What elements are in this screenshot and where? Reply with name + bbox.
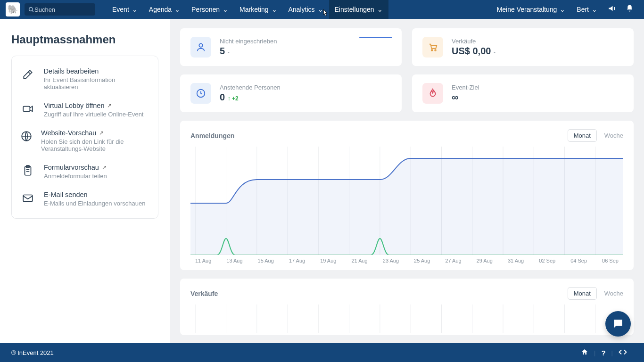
clipboard-icon bbox=[20, 164, 35, 180]
stat-pending[interactable]: Anstehende Personen 0 ↑ +2 bbox=[180, 74, 402, 112]
external-link-icon: ↗ bbox=[102, 164, 107, 171]
svg-point-0 bbox=[29, 7, 33, 11]
chart-canvas bbox=[190, 304, 623, 333]
chart-registrations: Anmeldungen Monat Woche 11 Au bbox=[180, 121, 634, 270]
svg-rect-2 bbox=[23, 107, 30, 112]
svg-point-9 bbox=[199, 44, 202, 47]
action-subtitle: Zugriff auf Ihre virtuelle Online-Event bbox=[44, 111, 143, 118]
chevron-down-icon: ⌄ bbox=[318, 6, 323, 13]
stat-label: Anstehende Personen bbox=[220, 84, 281, 91]
action-title: E-Mail senden bbox=[44, 191, 88, 198]
nav-analytics[interactable]: Analytics⌄ bbox=[283, 0, 329, 19]
content-area: Nicht eingeschrieben 5 - Verkäufe US$ 0,… bbox=[170, 19, 644, 343]
svg-line-1 bbox=[32, 10, 33, 12]
action-website-preview[interactable]: Website-Vorschau↗ Holen Sie sich den Lin… bbox=[20, 123, 149, 158]
intercom-button[interactable] bbox=[605, 311, 631, 337]
nav-einstellungen[interactable]: Einstellungen⌄ bbox=[329, 0, 388, 19]
bell-icon[interactable] bbox=[621, 4, 638, 15]
chart-sales: Verkäufe Monat Woche bbox=[180, 279, 634, 335]
cart-icon bbox=[422, 37, 443, 58]
action-subtitle: Anmeldeformular teilen bbox=[44, 173, 107, 180]
actions-card: Details bearbeiten Ihr Event Basisinform… bbox=[11, 56, 158, 219]
chevron-down-icon: ⌄ bbox=[223, 6, 228, 13]
toggle-month[interactable]: Monat bbox=[568, 129, 597, 142]
nav-event[interactable]: Event⌄ bbox=[107, 0, 143, 19]
home-icon[interactable] bbox=[575, 348, 594, 357]
stat-value: ∞ bbox=[452, 92, 479, 103]
nav-personen[interactable]: Personen⌄ bbox=[186, 0, 234, 19]
search-field-wrap[interactable] bbox=[25, 3, 95, 16]
action-subtitle: E-Mails und Einladungen vorschauen bbox=[44, 200, 145, 207]
stat-value: 0 ↑ +2 bbox=[220, 92, 281, 103]
sidebar: Hauptmassnahmen Details bearbeiten Ihr E… bbox=[0, 19, 170, 343]
action-title: Virtual Lobby öffnen bbox=[44, 102, 104, 109]
chevron-down-icon: ⌄ bbox=[560, 6, 565, 13]
external-link-icon: ↗ bbox=[107, 102, 112, 109]
chart-title: Verkäufe bbox=[190, 290, 218, 297]
stat-value: 5 - bbox=[220, 46, 277, 57]
copyright: ® InEvent 2021 bbox=[11, 349, 54, 356]
chevron-down-icon: ⌄ bbox=[272, 6, 277, 13]
chart-canvas bbox=[190, 147, 623, 255]
chart-title: Anmeldungen bbox=[190, 132, 234, 140]
stat-label: Verkäufe bbox=[452, 38, 495, 45]
sidebar-title: Hauptmassnahmen bbox=[11, 33, 158, 46]
envelope-icon bbox=[20, 191, 35, 207]
toggle-week[interactable]: Woche bbox=[604, 290, 623, 297]
nav-user[interactable]: Bert⌄ bbox=[571, 0, 603, 19]
help-icon[interactable]: ? bbox=[595, 349, 611, 357]
nav-agenda[interactable]: Agenda⌄ bbox=[143, 0, 186, 19]
action-title: Website-Vorschau bbox=[41, 129, 96, 137]
nav-my-event[interactable]: Meine Veranstaltung⌄ bbox=[491, 0, 571, 19]
sparkline bbox=[359, 37, 392, 44]
external-link-icon: ↗ bbox=[99, 130, 104, 136]
search-input[interactable] bbox=[34, 6, 86, 13]
chart-xaxis: 11 Aug13 Aug15 Aug17 Aug19 Aug21 Aug23 A… bbox=[190, 255, 623, 263]
megaphone-icon[interactable] bbox=[603, 4, 621, 15]
action-send-email[interactable]: E-Mail senden E-Mails und Einladungen vo… bbox=[20, 185, 149, 213]
stat-label: Event-Ziel bbox=[452, 84, 479, 91]
action-subtitle: Holen Sie sich den Link für die Veransta… bbox=[41, 138, 149, 152]
brand-logo[interactable]: 🐘 bbox=[6, 2, 20, 16]
chevron-down-icon: ⌄ bbox=[132, 6, 138, 13]
svg-rect-8 bbox=[23, 195, 33, 202]
pencil-icon bbox=[20, 67, 35, 90]
action-subtitle: Ihr Event Basisinformation aktualisieren bbox=[43, 76, 149, 90]
stat-value: US$ 0,00 - bbox=[452, 46, 495, 57]
code-icon[interactable] bbox=[613, 348, 633, 358]
stat-goal[interactable]: Event-Ziel ∞ bbox=[412, 74, 634, 112]
action-form-preview[interactable]: Formularvorschau↗ Anmeldeformular teilen bbox=[20, 158, 149, 185]
top-navbar: 🐘 Event⌄ Agenda⌄ Personen⌄ Marketing⌄ An… bbox=[0, 0, 644, 19]
stat-label: Nicht eingeschrieben bbox=[220, 38, 277, 45]
action-edit-details[interactable]: Details bearbeiten Ihr Event Basisinform… bbox=[20, 62, 149, 96]
nav-marketing[interactable]: Marketing⌄ bbox=[234, 0, 282, 19]
chevron-down-icon: ⌄ bbox=[592, 6, 597, 13]
action-title: Details bearbeiten bbox=[43, 67, 99, 75]
delta-up: ↑ +2 bbox=[228, 95, 239, 102]
flame-icon bbox=[422, 83, 443, 104]
toggle-week[interactable]: Woche bbox=[604, 132, 623, 139]
svg-point-11 bbox=[435, 49, 436, 51]
toggle-month[interactable]: Monat bbox=[568, 287, 597, 300]
chevron-down-icon: ⌄ bbox=[377, 6, 383, 13]
stat-not-enrolled[interactable]: Nicht eingeschrieben 5 - bbox=[180, 28, 402, 66]
chevron-down-icon: ⌄ bbox=[174, 6, 180, 13]
search-icon bbox=[28, 7, 34, 13]
stat-sales[interactable]: Verkäufe US$ 0,00 - bbox=[412, 28, 634, 66]
svg-point-10 bbox=[431, 49, 433, 51]
person-icon bbox=[190, 37, 211, 58]
globe-icon bbox=[20, 129, 33, 152]
action-title: Formularvorschau bbox=[44, 164, 99, 171]
clock-icon bbox=[190, 83, 211, 104]
action-virtual-lobby[interactable]: Virtual Lobby öffnen↗ Zugriff auf Ihre v… bbox=[20, 96, 149, 123]
camera-icon bbox=[20, 102, 35, 118]
footer-bar: ® InEvent 2021 | ? | bbox=[0, 343, 644, 362]
